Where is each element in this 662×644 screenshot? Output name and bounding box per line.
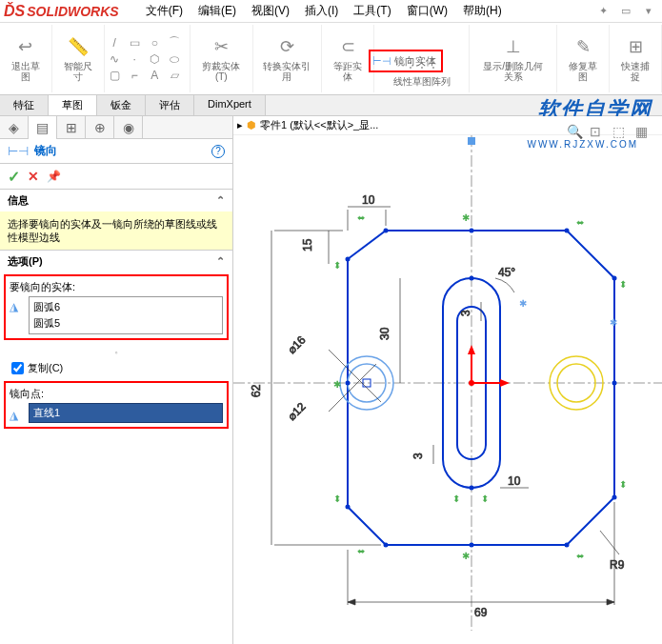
menu-view[interactable]: 视图(V): [244, 1, 297, 21]
offset-button[interactable]: ⊂ 等距实体: [328, 34, 368, 84]
info-section: 信息 ⌃ 选择要镜向的实体及一镜向所绕的草图线或线性模型边线: [0, 189, 232, 250]
exit-sketch-label: 退出草图: [10, 61, 42, 82]
polygon-tool-icon[interactable]: ⬡: [145, 51, 164, 67]
repair-icon: ✎: [572, 36, 594, 59]
repair-label: 修复草图: [567, 61, 599, 82]
pin-button[interactable]: 📌: [47, 170, 61, 183]
panel-tab-display[interactable]: ◉: [114, 116, 143, 139]
new-doc-icon[interactable]: ▭: [616, 2, 635, 21]
menu-help[interactable]: 帮助(H): [455, 1, 510, 21]
star-icon[interactable]: ✦: [593, 2, 612, 21]
svg-point-14: [470, 229, 474, 233]
canvas-area: ▸ ⬢ 零件1 (默认<<默认>_显... WWW.RJZXW.COM 🔍 ⊡ …: [233, 116, 662, 644]
svg-point-25: [470, 486, 474, 491]
info-header[interactable]: 信息 ⌃: [0, 190, 232, 211]
main-menu: 文件(F) 编辑(E) 视图(V) 插入(I) 工具(T) 窗口(W) 帮助(H…: [138, 1, 510, 21]
mirror-point-label: 镜向点:: [10, 387, 223, 401]
snap-button[interactable]: ⊞ 快速捕捉: [615, 34, 655, 84]
smart-dim-button[interactable]: 📏 智能尺寸: [58, 34, 98, 84]
expand-icon[interactable]: ▸: [237, 119, 243, 131]
menu-tools[interactable]: 工具(T): [346, 1, 398, 21]
copy-checkbox[interactable]: [11, 362, 24, 374]
svg-text:⬍: ⬍: [481, 493, 489, 504]
svg-text:3: 3: [411, 453, 425, 459]
svg-text:⌀16: ⌀16: [285, 333, 309, 357]
help-icon[interactable]: ?: [211, 145, 225, 158]
relations-button[interactable]: ⊥ 显示/删除几何关系: [475, 34, 551, 84]
relations-icon: ⊥: [502, 36, 525, 59]
snap-label: 快速捕捉: [619, 61, 652, 82]
mirror-label: 镜向实体: [394, 54, 436, 69]
panel-tab-config[interactable]: ⊞: [57, 116, 86, 139]
app-logo: ĎS SOLIDWORKS: [4, 3, 119, 20]
tab-dimxpert[interactable]: DimXpert: [194, 95, 266, 115]
svg-point-18: [612, 495, 617, 500]
ellipse-tool-icon[interactable]: ⬭: [165, 51, 184, 67]
mirror-entity-button[interactable]: ⊢⊣ 镜向实体: [369, 50, 443, 72]
spline-tool-icon[interactable]: ∿: [105, 51, 124, 67]
mirror-point-icon: ◮: [10, 405, 25, 422]
line-tool-icon[interactable]: /: [105, 35, 124, 50]
svg-marker-71: [607, 599, 614, 605]
convert-button[interactable]: ⟳ 转换实体引用: [259, 34, 315, 84]
trim-icon: ✂: [210, 36, 232, 59]
titlebar: ĎS SOLIDWORKS 文件(F) 编辑(E) 视图(V) 插入(I) 工具…: [0, 0, 662, 23]
point-tool-icon[interactable]: ·: [125, 51, 144, 67]
slot-tool-icon[interactable]: ▢: [105, 68, 124, 83]
collapse-icon: ⌃: [216, 255, 225, 268]
entities-label: 要镜向的实体:: [10, 280, 223, 294]
panel-tab-property[interactable]: ▤: [29, 116, 57, 139]
repair-button[interactable]: ✎ 修复草图: [563, 34, 603, 84]
dropdown-icon[interactable]: ▾: [639, 2, 658, 21]
offset-icon: ⊂: [336, 36, 359, 59]
trim-label: 剪裁实体(T): [200, 61, 243, 82]
fillet-tool-icon[interactable]: ⌐: [125, 68, 144, 83]
tab-sketch[interactable]: 草图: [49, 95, 97, 115]
svg-rect-72: [468, 137, 475, 145]
text-tool-icon[interactable]: A: [145, 68, 164, 83]
svg-text:69: 69: [474, 606, 488, 619]
copy-checkbox-row: 复制(C): [0, 357, 232, 379]
arc-tool-icon[interactable]: ⌒: [165, 35, 184, 50]
mirror-point-field[interactable]: 直线1: [29, 403, 223, 423]
document-name[interactable]: 零件1 (默认<<默认>_显...: [260, 118, 378, 132]
command-tabs: 特征 草图 钣金 评估 DimXpert 软件自学网: [0, 95, 662, 116]
svg-point-16: [612, 276, 617, 281]
entity-item[interactable]: 圆弧5: [31, 315, 220, 332]
entity-item[interactable]: 圆弧6: [31, 299, 220, 315]
main-area: ◈ ▤ ⊞ ⊕ ◉ ⊢⊣ 镜向 ? ✓ ✕ 📌 信息 ⌃ 选择要镜向的实体及一镜…: [0, 116, 662, 644]
pattern-label: 线性草图阵列: [393, 76, 451, 87]
rect-tool-icon[interactable]: ▭: [125, 35, 144, 50]
tab-features[interactable]: 特征: [0, 95, 49, 115]
svg-text:10: 10: [508, 474, 521, 488]
menu-file[interactable]: 文件(F): [138, 1, 191, 21]
exit-sketch-button[interactable]: ↩ 退出草图: [6, 34, 46, 84]
trim-button[interactable]: ✂ 剪裁实体(T): [196, 34, 247, 84]
panel-tab-feature-tree[interactable]: ◈: [0, 116, 29, 139]
options-header[interactable]: 选项(P) ⌃: [0, 251, 232, 272]
circle-tool-icon[interactable]: ○: [145, 35, 164, 50]
collapse-icon: ⌃: [216, 194, 225, 207]
svg-point-13: [384, 229, 389, 233]
feature-header: ⊢⊣ 镜向 ?: [0, 139, 232, 164]
svg-text:⬍: ⬍: [333, 260, 341, 271]
menu-insert[interactable]: 插入(I): [297, 1, 346, 21]
menu-edit[interactable]: 编辑(E): [191, 1, 244, 21]
svg-line-64: [600, 531, 619, 554]
entities-list[interactable]: 圆弧6 圆弧5: [29, 296, 223, 334]
offset-label: 等距实体: [331, 61, 364, 82]
tab-sheetmetal[interactable]: 钣金: [97, 95, 146, 115]
panel-tab-dimxpert[interactable]: ⊕: [86, 116, 114, 139]
exit-sketch-icon: ↩: [14, 36, 37, 59]
menu-window[interactable]: 窗口(W): [399, 1, 455, 21]
tab-evaluate[interactable]: 评估: [146, 95, 194, 115]
ok-button[interactable]: ✓: [8, 168, 20, 186]
relations-label: 显示/删除几何关系: [479, 61, 547, 82]
sketch-canvas[interactable]: ⬌✱ ⬌⬍ ⬍⬌ ✱⬌ ✱⬍ ⬍ ✱ ✱ ⬍⬍ 10 15: [233, 135, 662, 644]
cancel-button[interactable]: ✕: [28, 169, 39, 184]
plane-tool-icon[interactable]: ▱: [165, 68, 184, 83]
svg-text:⌀12: ⌀12: [285, 400, 309, 424]
svg-text:3: 3: [459, 310, 472, 316]
svg-text:⬌: ⬌: [357, 212, 365, 223]
info-message: 选择要镜向的实体及一镜向所绕的草图线或线性模型边线: [0, 211, 232, 250]
